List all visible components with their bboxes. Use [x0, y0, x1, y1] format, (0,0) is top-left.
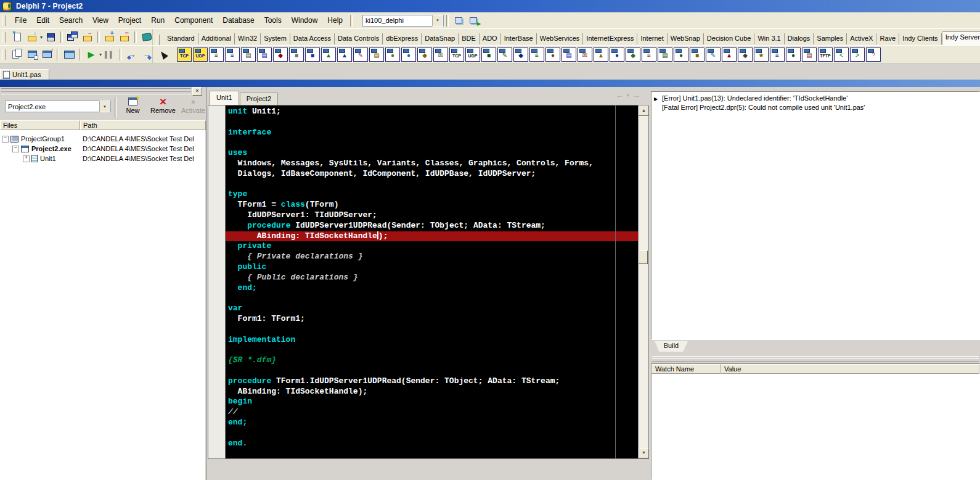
collapse-icon[interactable]: − — [2, 136, 9, 143]
indy-component-icon-34[interactable]: ✎ — [706, 48, 721, 62]
set-debug-desktop-icon[interactable] — [466, 14, 481, 27]
path-column-header[interactable]: Path — [80, 120, 206, 130]
palette-tab-indy-servers[interactable]: Indy Servers — [942, 31, 980, 45]
tree-item-projectgroup1[interactable]: −ProjectGroup1D:\CANDELA 4\MES\Socket Te… — [0, 134, 205, 144]
browse-forward-icon[interactable]: → — [632, 91, 640, 100]
indy-component-icon-27[interactable]: ▲ — [594, 48, 608, 62]
palette-tab-win-3-1[interactable]: Win 3.1 — [754, 33, 784, 44]
indy-component-icon-8[interactable]: ■ — [289, 48, 304, 62]
compiler-message-1[interactable]: ▶[Error] Unit1.pas(13): Undeclared ident… — [651, 94, 979, 103]
indy-component-icon-9[interactable]: ■ — [305, 48, 320, 62]
value-column-header[interactable]: Value — [721, 364, 979, 374]
indy-component-icon-11[interactable]: ▲ — [337, 48, 352, 62]
palette-tab-websnap[interactable]: WebSnap — [668, 33, 704, 44]
indy-component-icon-25[interactable]: ▤ — [561, 48, 576, 62]
menu-item-component[interactable]: Component — [169, 14, 218, 27]
scroll-down-icon[interactable]: ▼ — [639, 448, 649, 458]
remove-button[interactable]: Remove — [148, 95, 178, 114]
indy-component-icon-tcp-18[interactable]: TCP — [449, 48, 464, 62]
indy-component-icon-39[interactable]: ● — [786, 48, 801, 62]
run-icon[interactable] — [84, 48, 99, 61]
selection-pointer-icon[interactable] — [155, 47, 171, 62]
watch-list[interactable] — [651, 374, 979, 479]
indy-component-icon-5[interactable]: ▤ — [241, 48, 256, 62]
new-form-icon[interactable] — [62, 48, 76, 61]
menubar-grip[interactable] — [2, 15, 6, 26]
palette-tab-additional[interactable]: Additional — [198, 33, 235, 44]
indy-component-icon-44[interactable]: ? — [866, 48, 881, 62]
scrollbar-thumb[interactable] — [639, 250, 648, 264]
step-over-icon[interactable] — [139, 48, 154, 61]
indy-component-icon-4[interactable]: ≡ — [225, 48, 240, 62]
open-file-dropdown-icon[interactable]: ▾ — [40, 35, 43, 40]
indy-component-icon-38[interactable]: ≡ — [770, 48, 785, 62]
browse-back-icon[interactable]: ← — [616, 91, 624, 100]
tree-item-project2-exe[interactable]: −Project2.exeD:\CANDELA 4\MES\Socket Tes… — [0, 144, 205, 154]
palette-tab-data-controls[interactable]: Data Controls — [335, 33, 383, 44]
indy-component-icon-26[interactable]: ✉ — [578, 48, 592, 62]
speedbar-grip[interactable] — [2, 32, 6, 43]
open-file-icon[interactable] — [25, 30, 39, 44]
indy-component-icon-udp-19[interactable]: UDP — [465, 48, 480, 62]
editor-tab-unit1[interactable]: Unit1 — [210, 91, 239, 105]
indy-component-icon-40[interactable]: ▤ — [802, 48, 817, 62]
desktop-layout-combo[interactable]: ki100_delphi ▼ — [362, 15, 444, 27]
indy-component-icon-12[interactable]: ✎ — [353, 48, 368, 62]
indy-component-icon-10[interactable]: ▲ — [321, 48, 336, 62]
view-unit-icon[interactable] — [10, 48, 25, 61]
menu-item-database[interactable]: Database — [218, 14, 259, 27]
indy-component-icon-36[interactable]: ◆ — [738, 48, 753, 62]
palette-tab-interbase[interactable]: InterBase — [501, 33, 537, 44]
palette-tab-samples[interactable]: Samples — [814, 33, 847, 44]
expand-icon[interactable]: + — [23, 155, 30, 162]
menu-item-run[interactable]: Run — [146, 14, 169, 27]
palette-tab-dbexpress[interactable]: dbExpress — [383, 33, 422, 44]
collapse-icon[interactable]: − — [12, 146, 19, 152]
editor-scrollbar[interactable]: ▲ ▼ — [638, 106, 648, 458]
menu-item-edit[interactable]: Edit — [31, 14, 54, 27]
project-tree[interactable]: −ProjectGroup1D:\CANDELA 4\MES\Socket Te… — [0, 130, 205, 480]
indy-component-icon-30[interactable]: ≡ — [642, 48, 656, 62]
indy-component-icon-tftp-41[interactable]: TFTP — [818, 48, 833, 62]
indy-component-icon-24[interactable]: ● — [545, 48, 560, 62]
palette-tab-activex[interactable]: ActiveX — [847, 33, 876, 44]
menu-item-window[interactable]: Window — [287, 14, 323, 27]
help-icon[interactable] — [139, 30, 154, 44]
palette-tab-decision-cube[interactable]: Decision Cube — [704, 33, 755, 44]
indy-component-icon-23[interactable]: ≡ — [529, 48, 544, 62]
save-current-desktop-icon[interactable] — [451, 14, 466, 27]
indy-component-icon-31[interactable]: ▤ — [658, 48, 672, 62]
tree-item-unit1[interactable]: +Unit1D:\CANDELA 4\MES\Socket Test Del — [0, 154, 205, 163]
indy-component-icon-32[interactable]: ● — [674, 48, 688, 62]
speedbar-grip-2[interactable] — [2, 49, 6, 60]
palette-tab-internet[interactable]: Internet — [637, 33, 667, 44]
menu-item-file[interactable]: File — [10, 14, 31, 27]
indy-component-icon-37[interactable]: ★ — [754, 48, 769, 62]
palette-tab-win32[interactable]: Win32 — [235, 33, 261, 44]
watch-name-column-header[interactable]: Watch Name — [651, 364, 721, 374]
chevron-down-icon[interactable]: ▼ — [99, 101, 110, 112]
indy-component-icon-43[interactable]: > — [850, 48, 865, 62]
chevron-down-icon[interactable]: ▼ — [432, 15, 443, 27]
menu-item-project[interactable]: Project — [113, 14, 146, 27]
indy-component-icon-tcp-1[interactable]: TCP — [177, 48, 192, 62]
menu-item-view[interactable]: View — [88, 14, 113, 27]
editor-tab-project2[interactable]: Project2 — [240, 93, 278, 105]
new-button[interactable]: New — [118, 95, 148, 114]
pause-icon[interactable] — [102, 48, 117, 61]
palette-tab-bde[interactable]: BDE — [459, 33, 480, 44]
indy-component-icon-16[interactable]: ◆ — [417, 48, 432, 62]
scroll-up-icon[interactable]: ▲ — [639, 106, 649, 116]
dock-handle[interactable] — [1, 88, 191, 91]
palette-tab-datasnap[interactable]: DataSnap — [422, 33, 459, 44]
tab-build[interactable]: Build — [655, 341, 688, 352]
indy-component-icon-35[interactable]: ▲ — [722, 48, 737, 62]
indy-component-icon-13[interactable]: ▤ — [369, 48, 384, 62]
save-file-icon[interactable] — [43, 30, 58, 44]
palette-tab-indy-clients[interactable]: Indy Clients — [899, 33, 941, 44]
trace-into-icon[interactable] — [125, 48, 139, 61]
palette-tab-internetexpress[interactable]: InternetExpress — [583, 33, 637, 44]
indy-component-icon-29[interactable]: ◆ — [626, 48, 640, 62]
palette-tab-dialogs[interactable]: Dialogs — [785, 33, 814, 44]
palette-tab-webservices[interactable]: WebServices — [537, 33, 584, 44]
